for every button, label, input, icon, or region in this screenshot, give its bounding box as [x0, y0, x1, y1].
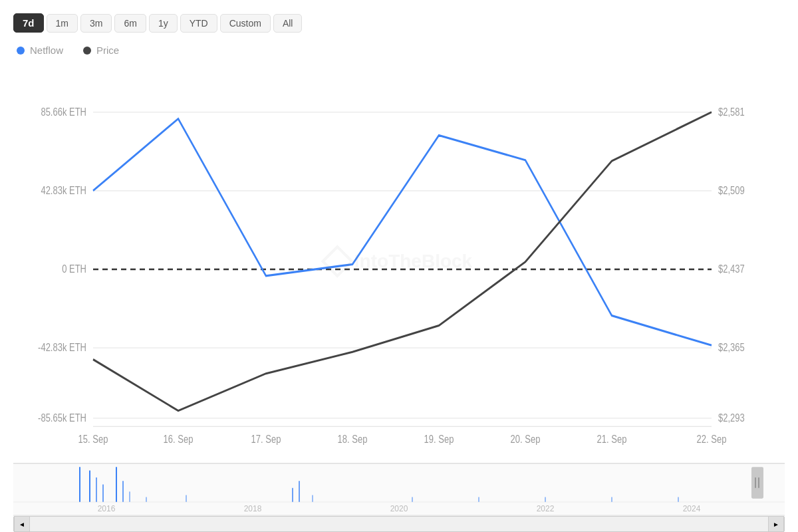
- scroll-left-button[interactable]: ◄: [14, 516, 30, 532]
- price-dot: [83, 47, 91, 55]
- chart-area: IntoTheBlock 85.66k ETH 42.83k ETH 0 ETH…: [13, 63, 785, 532]
- svg-text:2022: 2022: [537, 503, 555, 513]
- time-btn-6m[interactable]: 6m: [114, 14, 146, 33]
- svg-text:85.66k ETH: 85.66k ETH: [41, 106, 86, 118]
- svg-text:18. Sep: 18. Sep: [338, 434, 368, 446]
- main-chart-svg: 85.66k ETH 42.83k ETH 0 ETH -42.83k ETH …: [13, 63, 785, 460]
- svg-text:42.83k ETH: 42.83k ETH: [41, 184, 86, 196]
- main-container: 7d1m3m6m1yYTDCustomAll Netflow Price Int…: [0, 0, 798, 532]
- price-label: Price: [96, 45, 119, 56]
- legend: Netflow Price: [13, 45, 785, 56]
- time-btn-3m[interactable]: 3m: [80, 14, 112, 33]
- svg-text:$2,437: $2,437: [718, 263, 745, 275]
- mini-chart-svg: 2016 2018 2020 2022 2024: [13, 464, 785, 516]
- time-btn-custom[interactable]: Custom: [220, 14, 271, 33]
- svg-text:$2,581: $2,581: [718, 106, 745, 118]
- time-btn-ytd[interactable]: YTD: [180, 14, 217, 33]
- svg-rect-50: [751, 467, 763, 498]
- scroll-right-button[interactable]: ►: [768, 516, 784, 532]
- time-btn-1y[interactable]: 1y: [149, 14, 178, 33]
- svg-text:0 ETH: 0 ETH: [62, 263, 86, 275]
- scroll-track: [30, 517, 768, 531]
- svg-text:15. Sep: 15. Sep: [78, 434, 108, 446]
- svg-text:$2,365: $2,365: [718, 342, 745, 354]
- time-btn-7d[interactable]: 7d: [13, 13, 44, 33]
- svg-text:2018: 2018: [244, 503, 262, 513]
- legend-price: Price: [83, 45, 119, 56]
- svg-text:20. Sep: 20. Sep: [511, 434, 541, 446]
- svg-text:21. Sep: 21. Sep: [597, 434, 627, 446]
- svg-text:2020: 2020: [390, 503, 408, 513]
- main-chart: IntoTheBlock 85.66k ETH 42.83k ETH 0 ETH…: [13, 63, 785, 460]
- time-btn-all[interactable]: All: [273, 14, 303, 33]
- svg-text:17. Sep: 17. Sep: [251, 434, 281, 446]
- svg-text:-85.65k ETH: -85.65k ETH: [38, 412, 86, 424]
- svg-text:2016: 2016: [98, 503, 116, 513]
- svg-text:22. Sep: 22. Sep: [697, 434, 727, 446]
- netflow-dot: [17, 47, 25, 55]
- svg-text:$2,293: $2,293: [718, 412, 745, 424]
- svg-text:$2,509: $2,509: [718, 184, 745, 196]
- time-btn-1m[interactable]: 1m: [47, 14, 78, 33]
- scrollbar[interactable]: ◄ ►: [13, 516, 785, 532]
- svg-text:-42.83k ETH: -42.83k ETH: [38, 342, 86, 354]
- time-range-bar: 7d1m3m6m1yYTDCustomAll: [13, 13, 785, 33]
- mini-chart: 2016 2018 2020 2022 2024: [13, 463, 785, 516]
- netflow-label: Netflow: [30, 45, 63, 56]
- svg-text:2024: 2024: [683, 503, 701, 513]
- legend-netflow: Netflow: [17, 45, 63, 56]
- svg-text:16. Sep: 16. Sep: [164, 434, 194, 446]
- svg-text:19. Sep: 19. Sep: [424, 434, 454, 446]
